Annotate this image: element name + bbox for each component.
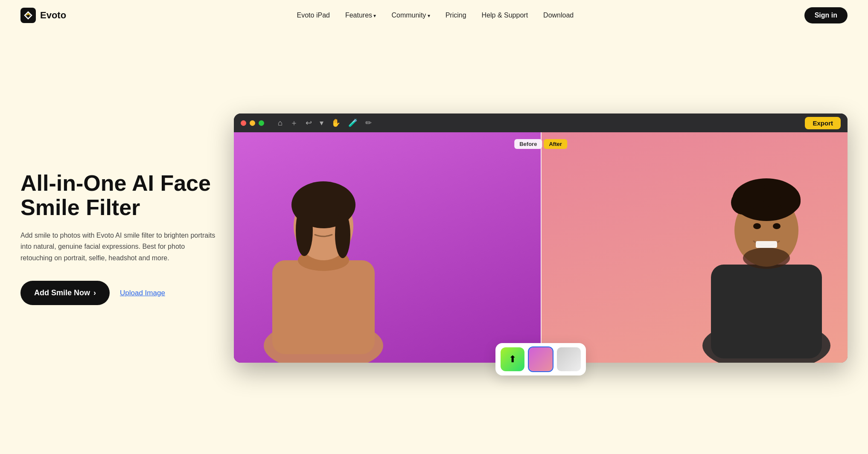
after-half	[541, 132, 848, 363]
before-label: Before	[514, 139, 542, 149]
app-titlebar: ⌂ ＋ ↩ ▾ ✋ 🧪 ✏ Export	[234, 114, 848, 132]
svg-point-9	[329, 221, 336, 227]
nav-link-download[interactable]: Download	[543, 12, 574, 19]
nav-item-community[interactable]: Community	[391, 12, 430, 19]
navbar: Evoto Evoto iPad Features Community Pric…	[0, 0, 868, 31]
nav-link-pricing[interactable]: Pricing	[446, 12, 466, 19]
svg-point-21	[773, 223, 781, 229]
before-half	[234, 132, 541, 363]
app-image-area: Before After	[234, 132, 848, 363]
nav-link-features[interactable]: Features	[345, 12, 376, 19]
svg-rect-2	[272, 260, 375, 354]
undo-icon[interactable]: ↩	[306, 118, 312, 128]
couple-before-svg	[234, 132, 417, 363]
svg-point-20	[753, 223, 761, 229]
export-button[interactable]: Export	[805, 117, 841, 129]
minimize-button[interactable]	[250, 120, 255, 126]
svg-rect-19	[756, 241, 777, 248]
nav-link-help-support[interactable]: Help & Support	[482, 12, 528, 19]
home-icon[interactable]: ⌂	[278, 119, 283, 128]
hero-section: All-in-One AI Face Smile Filter Add smil…	[0, 31, 868, 454]
app-window: ⌂ ＋ ↩ ▾ ✋ 🧪 ✏ Export Before After	[234, 114, 848, 363]
comparison-divider[interactable]	[541, 132, 542, 363]
before-after-labels: Before After	[514, 139, 567, 149]
svg-point-18	[743, 247, 790, 269]
svg-point-17	[779, 191, 801, 212]
add-smile-label: Add Smile Now	[34, 288, 90, 297]
titlebar-icons: ⌂ ＋ ↩ ▾ ✋ 🧪 ✏	[278, 118, 372, 128]
nav-item-help-support[interactable]: Help & Support	[482, 12, 528, 19]
upload-thumbnail-button[interactable]: ⬆	[501, 347, 524, 371]
couple-after-svg	[651, 132, 848, 363]
svg-point-8	[312, 221, 318, 227]
pencil-icon[interactable]: ✏	[365, 118, 372, 128]
upload-image-button[interactable]: Upload Image	[120, 289, 165, 297]
nav-link-community[interactable]: Community	[391, 12, 430, 19]
hero-app-preview: ⌂ ＋ ↩ ▾ ✋ 🧪 ✏ Export Before After	[234, 114, 848, 363]
bottom-thumbnails: ⬆	[495, 343, 586, 375]
eyedropper-icon[interactable]: 🧪	[348, 118, 358, 128]
brand-name: Evoto	[40, 10, 66, 21]
add-icon[interactable]: ＋	[290, 118, 298, 128]
thumbnail-2[interactable]	[557, 347, 581, 371]
hero-actions: Add Smile Now › Upload Image	[20, 281, 217, 305]
add-smile-button[interactable]: Add Smile Now ›	[20, 281, 110, 305]
hero-content: All-in-One AI Face Smile Filter Add smil…	[20, 171, 217, 306]
dropdown-icon[interactable]: ▾	[320, 118, 323, 128]
nav-item-pricing[interactable]: Pricing	[446, 12, 466, 19]
svg-point-6	[296, 205, 313, 256]
hand-tool-icon[interactable]: ✋	[331, 118, 341, 128]
nav-item-features[interactable]: Features	[345, 12, 376, 19]
nav-link-evoto-ipad[interactable]: Evoto iPad	[297, 12, 330, 19]
hero-description: Add smile to photos with Evoto AI smile …	[20, 230, 217, 264]
thumbnail-1[interactable]	[529, 347, 553, 371]
svg-point-7	[335, 211, 350, 258]
maximize-button[interactable]	[259, 120, 264, 126]
hero-title: All-in-One AI Face Smile Filter	[20, 171, 217, 220]
traffic-lights	[241, 120, 264, 126]
nav-links: Evoto iPad Features Community Pricing He…	[297, 12, 574, 19]
nav-item-evoto-ipad[interactable]: Evoto iPad	[297, 12, 330, 19]
close-button[interactable]	[241, 120, 246, 126]
logo[interactable]: Evoto	[20, 8, 66, 23]
arrow-icon: ›	[93, 288, 96, 297]
logo-icon	[20, 8, 36, 23]
svg-rect-0	[20, 8, 36, 23]
svg-rect-11	[711, 265, 822, 358]
thumbnail-1-image	[529, 347, 553, 371]
thumbnail-2-image	[557, 347, 581, 371]
nav-item-download[interactable]: Download	[543, 12, 574, 19]
signin-button[interactable]: Sign in	[804, 7, 848, 23]
after-label: After	[544, 139, 567, 149]
upload-icon: ⬆	[509, 354, 516, 365]
